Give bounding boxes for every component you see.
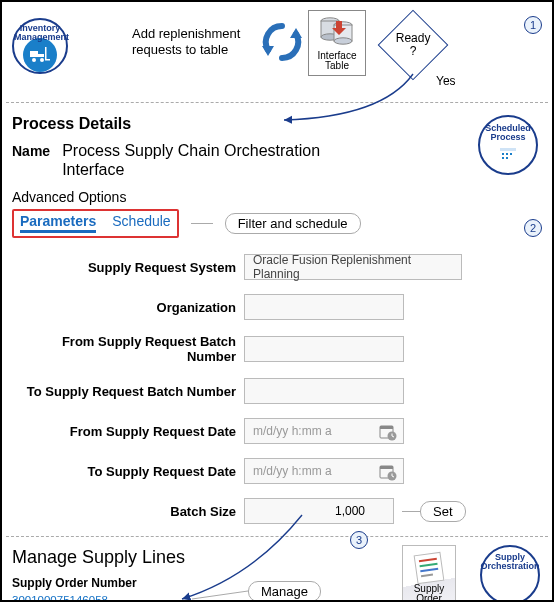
svg-rect-23 xyxy=(380,426,393,429)
svg-rect-21 xyxy=(506,157,508,159)
supply-order-box: SupplyOrder xyxy=(402,545,456,602)
from-batch-label: From Supply Request Batch Number xyxy=(12,334,244,364)
batch-size-label: Batch Size xyxy=(12,504,244,519)
svg-rect-17 xyxy=(502,153,504,155)
advanced-options-heading: Advanced Options xyxy=(12,189,542,205)
tab-parameters[interactable]: Parameters xyxy=(20,213,96,233)
svg-marker-7 xyxy=(290,28,302,38)
to-batch-input[interactable] xyxy=(244,378,404,404)
step-badge-1: 1 xyxy=(524,16,542,34)
svg-point-37 xyxy=(509,589,512,592)
supply-orchestration-label: SupplyOrchestration xyxy=(481,553,540,572)
cycle-arrows-icon xyxy=(260,20,304,64)
decision-yes-label: Yes xyxy=(436,74,456,88)
supply-order-box-label: SupplyOrder xyxy=(414,584,445,602)
set-callout: Set xyxy=(420,501,466,522)
tabs-highlight-box: Parameters Schedule xyxy=(12,209,179,238)
interface-table-box: InterfaceTable xyxy=(308,10,366,76)
svg-rect-1 xyxy=(38,54,44,57)
to-date-label: To Supply Request Date xyxy=(12,464,244,479)
process-name-value: Process Supply Chain Orchestration Inter… xyxy=(62,141,362,179)
svg-point-2 xyxy=(32,58,36,62)
manage-supply-lines-title: Manage Supply Lines xyxy=(12,547,542,568)
manage-callout: Manage xyxy=(248,581,321,602)
process-details-title: Process Details xyxy=(12,115,542,133)
svg-point-38 xyxy=(502,582,505,585)
svg-rect-19 xyxy=(510,153,512,155)
interface-table-label: InterfaceTable xyxy=(318,51,357,72)
inventory-management-badge: InventoryManagement xyxy=(12,18,68,74)
document-lines-icon xyxy=(412,550,446,586)
orchestration-icon xyxy=(500,574,520,594)
supply-request-system-input[interactable]: Oracle Fusion Replenishment Planning xyxy=(244,254,462,280)
batch-size-input[interactable]: 1,000 xyxy=(244,498,394,524)
svg-rect-0 xyxy=(30,51,38,57)
ready-decision: Ready? xyxy=(378,10,449,81)
svg-rect-20 xyxy=(502,157,504,159)
calendar-icon xyxy=(499,146,517,162)
from-date-input[interactable]: m/d/yy h:mm a xyxy=(244,418,404,444)
supply-orchestration-badge: SupplyOrchestration xyxy=(480,545,540,602)
to-batch-label: To Supply Request Batch Number xyxy=(12,384,244,399)
inventory-management-label: InventoryManagement xyxy=(14,24,66,43)
step-badge-2: 2 xyxy=(524,219,542,237)
add-replenishment-text: Add replenishment requests to table xyxy=(132,26,262,57)
calendar-picker-icon[interactable] xyxy=(379,463,397,481)
forklift-icon xyxy=(30,47,50,63)
from-batch-input[interactable] xyxy=(244,336,404,362)
svg-point-34 xyxy=(506,580,514,588)
svg-rect-29 xyxy=(414,552,444,583)
svg-rect-5 xyxy=(45,59,50,61)
svg-rect-26 xyxy=(380,466,393,469)
svg-point-35 xyxy=(509,575,512,578)
to-date-input[interactable]: m/d/yy h:mm a xyxy=(244,458,404,484)
tab-schedule[interactable]: Schedule xyxy=(112,213,170,233)
filter-schedule-callout: Filter and schedule xyxy=(225,213,361,234)
organization-input[interactable] xyxy=(244,294,404,320)
organization-label: Organization xyxy=(12,300,244,315)
svg-point-13 xyxy=(334,37,352,43)
name-label: Name xyxy=(12,141,50,159)
calendar-picker-icon[interactable] xyxy=(379,423,397,441)
from-date-label: From Supply Request Date xyxy=(12,424,244,439)
svg-point-3 xyxy=(40,58,44,62)
svg-marker-6 xyxy=(262,46,274,56)
supply-request-system-label: Supply Request System xyxy=(12,260,244,275)
scheduled-process-label: ScheduledProcess xyxy=(485,124,531,143)
svg-rect-4 xyxy=(45,47,47,60)
database-stack-icon xyxy=(320,17,354,47)
svg-rect-16 xyxy=(500,148,516,151)
ready-decision-label: Ready? xyxy=(396,32,431,58)
svg-point-36 xyxy=(516,582,519,585)
svg-rect-18 xyxy=(506,153,508,155)
scheduled-process-badge: ScheduledProcess xyxy=(478,115,538,175)
